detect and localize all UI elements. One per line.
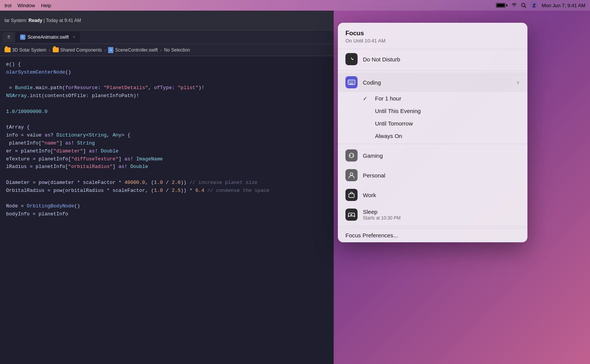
toolbar-status-text: lar System: Ready | Today at 9:41 AM: [5, 18, 81, 23]
breadcrumb-sep-3: ›: [160, 47, 162, 53]
code-line-3: [6, 77, 328, 85]
folder-shared-icon: [53, 47, 59, 52]
code-line-5: NSArray.init(contentsOfFile: planetInfoP…: [6, 92, 328, 100]
breadcrumb-sep-1: ›: [49, 47, 50, 53]
breadcrumb-sep-2: ›: [104, 47, 106, 53]
search-icon[interactable]: [521, 3, 526, 8]
svg-rect-11: [350, 83, 353, 84]
sleep-label: Sleep: [363, 209, 400, 215]
xcode-toolbar: lar System: Ready | Today at 9:41 AM: [0, 11, 334, 30]
personal-label: Personal: [363, 172, 520, 179]
focus-header: Focus On Until 10:41 AM: [338, 23, 527, 49]
sub-until-tomorrow-label: Until Tomorrow: [375, 120, 413, 127]
code-line-12: er = planetInfo["diameter"] as! Double: [6, 147, 328, 155]
menu-bar: trol Window Help Z M: [0, 0, 590, 11]
code-editor[interactable]: e() { olarSystemCenterNode() = Bundle.ma…: [0, 56, 334, 364]
breadcrumb-no-selection: No Selection: [164, 47, 190, 53]
focus-sub-always-on[interactable]: Always On: [338, 130, 527, 142]
ready-badge: Ready: [28, 18, 42, 23]
svg-rect-9: [351, 82, 352, 83]
work-label: Work: [363, 192, 520, 198]
code-line-7: 1.0/10000000.0: [6, 108, 328, 116]
sleep-labels: Sleep Starts at 10:30 PM: [363, 209, 400, 221]
code-line-13: eTexture = planetInfo["diffuseTexture"] …: [6, 155, 328, 163]
menu-bar-right: Z Mon Jun 7, 9:41 AM: [496, 2, 585, 9]
focus-sub-this-evening[interactable]: Until This Evening: [338, 105, 527, 117]
sep-after-dnd: [338, 71, 527, 71]
focus-preferences-label: Focus Preferences...: [345, 232, 398, 238]
focus-item-dnd[interactable]: Do Not Disturb: [338, 49, 527, 69]
code-line-1: e() {: [6, 61, 328, 69]
sub-always-on-label: Always On: [375, 133, 402, 139]
focus-item-gaming[interactable]: Gaming: [338, 146, 527, 165]
focus-subtitle: On Until 10:41 AM: [345, 38, 520, 44]
code-line-18: [6, 195, 328, 203]
focus-item-sleep[interactable]: Sleep Starts at 10:30 PM: [338, 205, 527, 224]
focus-item-coding[interactable]: Coding ∨: [338, 72, 527, 92]
sub-this-evening-label: Until This Evening: [375, 108, 421, 114]
sep-before-prefs: [338, 226, 527, 226]
svg-rect-6: [353, 81, 354, 82]
focus-sub-for-1-hour[interactable]: ✓ For 1 hour: [338, 92, 527, 105]
swift-file-icon: S: [108, 47, 113, 53]
wifi-icon: [511, 2, 517, 8]
dnd-label: Do Not Disturb: [363, 56, 520, 63]
sep-after-coding: [338, 144, 527, 144]
menu-bar-left: trol Window Help: [5, 3, 51, 8]
tab-scene-animator[interactable]: S SceneAnimator.swift ✕: [16, 32, 80, 42]
svg-point-15: [353, 155, 353, 155]
battery-fill: [497, 4, 505, 7]
personal-icon: [345, 169, 358, 181]
xcode-tabs: ft S SceneAnimator.swift ✕: [0, 30, 334, 44]
code-line-19: Node = OrbitingBodyNode(): [6, 202, 328, 210]
tab-ft[interactable]: ft: [3, 32, 15, 42]
coding-icon: [345, 76, 358, 88]
tab-ft-label: ft: [8, 35, 10, 40]
svg-rect-8: [350, 82, 351, 83]
code-line-8: [6, 116, 328, 124]
tab-scene-animator-label: SceneAnimator.swift: [28, 35, 69, 40]
sleep-sublabel: Starts at 10:30 PM: [363, 215, 400, 221]
svg-rect-7: [349, 82, 350, 83]
code-line-14: lRadius = planetInfo["orbitalRadius"] as…: [6, 163, 328, 171]
check-for-1-hour: ✓: [363, 96, 370, 102]
code-line-15: [6, 171, 328, 179]
focus-z-icon[interactable]: Z: [530, 2, 538, 9]
sub-for-1-hour-label: For 1 hour: [375, 95, 401, 102]
menu-item-control[interactable]: trol: [5, 3, 11, 8]
sleep-icon: [345, 209, 358, 221]
svg-point-17: [350, 173, 353, 176]
code-line-4: = Bundle.main.path(forResource: "PlanetD…: [6, 84, 328, 92]
focus-preferences-item[interactable]: Focus Preferences...: [338, 228, 527, 242]
folder-solar-icon: [5, 47, 11, 52]
focus-panel: Focus On Until 10:41 AM Do Not Disturb: [338, 23, 527, 242]
code-line-16: Diameter = pow(diameter * scaleFactor * …: [6, 179, 328, 187]
code-line-20: bodyInfo = planetInfo: [6, 210, 328, 218]
code-line-6: [6, 100, 328, 108]
tab-close-icon[interactable]: ✕: [72, 35, 75, 39]
menu-item-help[interactable]: Help: [41, 3, 51, 8]
toolbar-status: lar System: Ready | Today at 9:41 AM: [5, 18, 81, 23]
code-line-10: info = value as? Dictionary<String, Any>…: [6, 132, 328, 140]
breadcrumb-shared-components: Shared Components: [60, 47, 102, 53]
tab-swift-icon: S: [20, 35, 25, 40]
svg-rect-10: [353, 82, 354, 83]
svg-point-16: [353, 156, 353, 157]
breadcrumb-file[interactable]: S SceneController.swift: [108, 47, 158, 53]
breadcrumb-folder-shared[interactable]: Shared Components: [53, 47, 102, 53]
work-icon: [345, 189, 358, 201]
menu-item-window[interactable]: Window: [17, 3, 35, 8]
focus-item-work[interactable]: Work: [338, 185, 527, 205]
svg-rect-18: [349, 194, 354, 198]
coding-chevron: ∨: [516, 79, 520, 85]
breadcrumb-folder-solar[interactable]: 3D Solar System: [5, 47, 46, 53]
focus-item-personal[interactable]: Personal: [338, 165, 527, 185]
code-line-9: tArray {: [6, 124, 328, 132]
focus-title: Focus: [345, 30, 520, 37]
xcode-breadcrumb: 3D Solar System › Shared Components › S …: [0, 44, 334, 56]
focus-sub-until-tomorrow[interactable]: Until Tomorrow: [338, 117, 527, 130]
gaming-icon: [345, 149, 358, 162]
battery-tip: [506, 4, 507, 6]
battery-icon: [496, 3, 507, 8]
coding-label: Coding: [363, 79, 511, 86]
